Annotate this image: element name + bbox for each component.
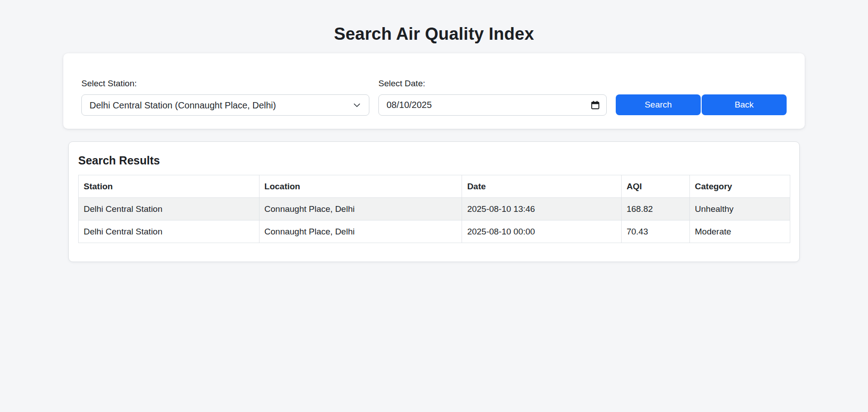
cell-aqi: 168.82 (621, 198, 689, 220)
cell-date: 2025-08-10 13:46 (462, 198, 622, 220)
table-row: Delhi Central Station Connaught Place, D… (79, 220, 790, 243)
cell-location: Connaught Place, Delhi (259, 198, 462, 220)
search-button[interactable]: Search (616, 94, 701, 115)
cell-aqi: 70.43 (621, 220, 689, 243)
date-label: Select Date: (378, 79, 607, 89)
search-results-card: Search Results Station Location Date AQI… (68, 141, 800, 262)
date-field-group: Select Date: (378, 79, 607, 116)
search-form-row: Select Station: Delhi Central Station (C… (81, 79, 787, 116)
station-label: Select Station: (81, 79, 369, 89)
cell-category: Unhealthy (690, 198, 790, 220)
date-input-wrap (378, 94, 607, 116)
column-header-location: Location (259, 175, 462, 198)
cell-date: 2025-08-10 00:00 (462, 220, 622, 243)
calendar-icon[interactable] (590, 100, 600, 110)
table-header-row: Station Location Date AQI Category (79, 175, 790, 198)
date-input[interactable] (378, 94, 607, 116)
results-table: Station Location Date AQI Category Delhi… (78, 175, 790, 243)
cell-station: Delhi Central Station (79, 198, 259, 220)
search-form-card: Select Station: Delhi Central Station (C… (63, 53, 805, 129)
station-field-group: Select Station: Delhi Central Station (C… (81, 79, 369, 116)
cell-location: Connaught Place, Delhi (259, 220, 462, 243)
form-buttons: Search Back (616, 94, 787, 116)
cell-station: Delhi Central Station (79, 220, 259, 243)
column-header-category: Category (690, 175, 790, 198)
column-header-date: Date (462, 175, 622, 198)
table-row: Delhi Central Station Connaught Place, D… (79, 198, 790, 220)
station-select[interactable]: Delhi Central Station (Connaught Place, … (81, 94, 369, 116)
page-title: Search Air Quality Index (0, 23, 868, 44)
column-header-aqi: AQI (621, 175, 689, 198)
station-select-wrap: Delhi Central Station (Connaught Place, … (81, 94, 369, 116)
column-header-station: Station (79, 175, 259, 198)
cell-category: Moderate (690, 220, 790, 243)
back-button[interactable]: Back (702, 94, 787, 115)
results-heading: Search Results (78, 154, 790, 167)
